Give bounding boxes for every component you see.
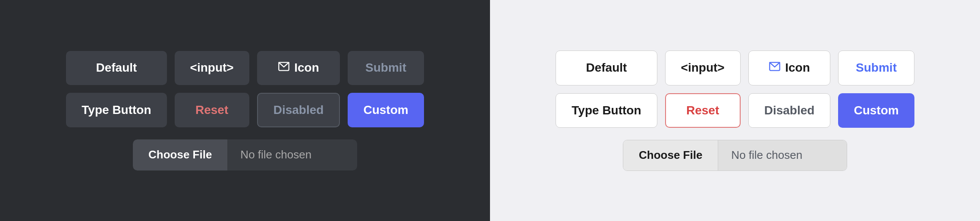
light-choose-file-button[interactable]: Choose File: [623, 140, 718, 170]
light-custom-label: Custom: [854, 104, 898, 117]
light-typebutton-label: Type Button: [572, 104, 641, 117]
dark-choose-file-label: Choose File: [148, 148, 212, 161]
dark-icon-button[interactable]: Icon: [257, 51, 340, 85]
light-custom-button[interactable]: Custom: [838, 93, 914, 128]
light-icon-label: Icon: [785, 61, 810, 75]
dark-reset-button[interactable]: Reset: [175, 93, 249, 127]
light-submit-button[interactable]: Submit: [838, 51, 914, 85]
light-input-button[interactable]: <input>: [665, 51, 741, 85]
dark-typebutton-label: Type Button: [82, 103, 151, 117]
light-submit-label: Submit: [856, 61, 897, 75]
light-file-input: Choose File No file chosen: [623, 140, 847, 171]
dark-choose-file-button[interactable]: Choose File: [133, 139, 227, 170]
dark-icon-label: Icon: [294, 61, 319, 75]
mail-icon: [278, 60, 290, 76]
light-default-label: Default: [586, 61, 627, 75]
dark-default-button[interactable]: Default: [66, 51, 166, 85]
light-no-file-label: No file chosen: [718, 140, 847, 170]
dark-custom-label: Custom: [363, 103, 408, 117]
dark-input-button[interactable]: <input>: [175, 51, 249, 85]
light-typebutton-button[interactable]: Type Button: [556, 93, 657, 128]
light-reset-label: Reset: [686, 104, 719, 117]
dark-reset-label: Reset: [195, 103, 228, 117]
light-reset-button[interactable]: Reset: [665, 93, 741, 128]
light-icon-button[interactable]: Icon: [748, 51, 831, 85]
light-input-label: <input>: [681, 61, 725, 75]
light-default-button[interactable]: Default: [556, 51, 657, 85]
light-disabled-button[interactable]: Disabled: [748, 93, 831, 128]
dark-disabled-button[interactable]: Disabled: [257, 93, 340, 127]
light-choose-file-label: Choose File: [639, 148, 702, 162]
dark-button-grid: Default <input> Icon Submit Type Button …: [66, 51, 424, 127]
dark-default-label: Default: [96, 61, 137, 75]
dark-input-label: <input>: [190, 61, 234, 75]
light-disabled-label: Disabled: [764, 104, 815, 117]
light-panel: Default <input> Icon Submit Type Button …: [490, 0, 980, 221]
dark-disabled-label: Disabled: [273, 103, 324, 117]
dark-no-file-label: No file chosen: [227, 139, 357, 170]
dark-file-input: Choose File No file chosen: [133, 139, 357, 170]
dark-panel: Default <input> Icon Submit Type Button …: [0, 0, 490, 221]
dark-custom-button[interactable]: Custom: [348, 93, 424, 127]
dark-typebutton-button[interactable]: Type Button: [66, 93, 166, 127]
light-button-grid: Default <input> Icon Submit Type Button …: [556, 51, 914, 128]
dark-submit-label: Submit: [365, 61, 406, 75]
dark-submit-button[interactable]: Submit: [348, 51, 424, 85]
mail-icon-light: [769, 60, 781, 76]
